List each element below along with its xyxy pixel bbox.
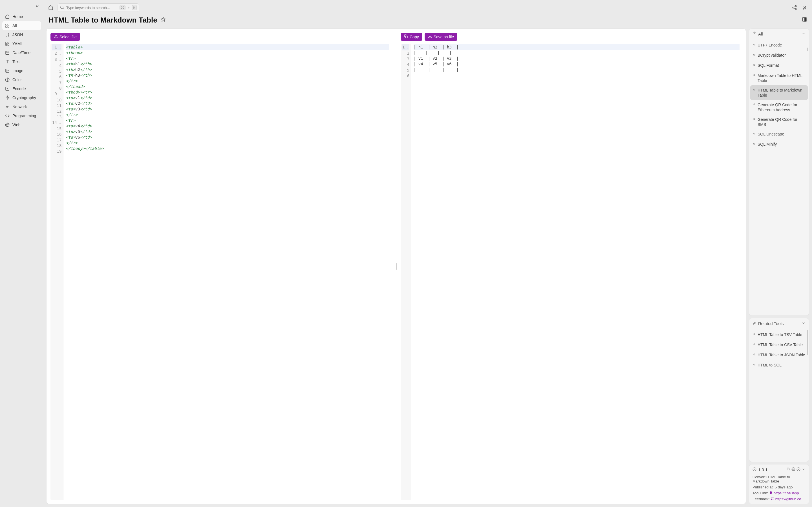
code-icon [5,114,10,118]
scrollbar-thumb[interactable] [807,330,808,355]
upload-icon [54,34,58,39]
sidebar-item-label: Image [12,68,23,73]
sidebar-item-all[interactable]: All [2,21,41,30]
sidebar-item-text[interactable]: Text [2,57,41,66]
code-line[interactable]: | h1 | h2 | h3 | [414,44,740,50]
code-line[interactable]: <td>v4</td> [66,123,389,129]
text-size-icon[interactable] [786,467,790,472]
select-file-button[interactable]: Select file [50,33,80,41]
code-line[interactable]: </tbody></table> [66,146,389,151]
code-line[interactable]: <td>v2</td> [66,101,389,106]
code-line[interactable]: <td>v1</td> [66,95,389,101]
copy-icon [404,34,408,39]
panel-item[interactable]: SQL Unescape [750,129,808,139]
panel-all-list[interactable]: UTF7 EncodeBCrypt validatorSQL FormatMar… [749,39,809,151]
line-number: 16 [52,131,61,137]
code-line[interactable]: <thead> [66,50,389,55]
fold-icon[interactable]: ⌄ [59,121,61,124]
panel-item[interactable]: UTF7 Encode [750,40,808,50]
sidebar-item-web[interactable]: Web [2,120,41,129]
code-left[interactable]: <table><thead><tr><th>h1</th><th>h2</th>… [63,44,392,500]
panel-item[interactable]: Generate QR Code for Ethereum Address [750,100,808,115]
line-number: 2 ⌄ [52,50,61,57]
code-line[interactable]: | v4 | v5 | v6 | [414,61,740,67]
code-line[interactable]: <table> [66,44,389,50]
panel-item[interactable]: SQL Format [750,61,808,71]
panel-item[interactable]: HTML to SQL [750,360,808,371]
feedback-link[interactable]: https://github.com/... [775,497,806,501]
sidebar-item-color[interactable]: Color [2,75,41,84]
panel-item-label: HTML to SQL [758,362,781,368]
sidebar-collapse-button[interactable] [2,2,41,12]
code-line[interactable]: |----|----|----| [414,50,740,55]
editor-left[interactable]: 1 ⌄2 ⌄3 ⌄456789 ⌄1011121314 ⌄1516171819 … [50,44,392,500]
copy-button[interactable]: Copy [401,33,422,41]
panel-item[interactable]: HTML Table to TSV Table [750,330,808,340]
svg-marker-32 [161,17,165,21]
sidebar-item-yaml[interactable]: YAML [2,39,41,48]
line-number: 13 [52,114,61,120]
code-line[interactable]: <td>v6</td> [66,134,389,140]
sidebar-item-network[interactable]: Network [2,102,41,111]
star-icon[interactable] [161,17,166,23]
panel-related-header[interactable]: Related Tools [749,318,809,329]
sidebar-item-home[interactable]: Home [2,12,41,21]
sidebar-item-label: Cryptography [12,96,36,100]
panel-item[interactable]: HTML Table to Markdown Table [750,86,808,100]
code-line[interactable]: | | | | [414,67,740,72]
panel-item-label: BCrypt validator [758,53,786,58]
fold-icon[interactable]: ⌄ [59,46,61,49]
sidebar-item-image[interactable]: Image [2,66,41,75]
panel-item[interactable]: HTML Table to CSV Table [750,340,808,350]
code-line[interactable]: </tr> [66,78,389,83]
panel-item[interactable]: BCrypt validator [750,50,808,61]
sidebar-item-json[interactable]: JSON [2,30,41,39]
fold-icon[interactable]: ⌄ [407,46,409,49]
sidebar-item-datetime[interactable]: Date/Time [2,48,41,57]
code-line[interactable]: <th>h3</th> [66,72,389,78]
sidebar-item-programming[interactable]: Programming [2,111,41,120]
panel-all-header[interactable]: All [749,29,809,39]
line-number: 4 [402,62,409,67]
fold-icon[interactable]: ⌄ [59,52,61,55]
code-line[interactable]: <td>v3</td> [66,106,389,112]
code-line[interactable]: <th>h1</th> [66,61,389,67]
panel-item[interactable]: Markdown Table to HTML Table [750,71,808,86]
user-button[interactable] [801,4,808,11]
panel-item[interactable]: HTML Table to JSON Table [750,350,808,360]
code-line[interactable]: </tr> [66,112,389,117]
sidebar-item-label: YAML [12,41,23,46]
check-icon[interactable] [797,467,801,472]
panel-item[interactable]: SQL Minify [750,139,808,150]
code-line[interactable]: <tbody><tr> [66,89,389,95]
panel-item[interactable]: Generate QR Code for SMS [750,115,808,129]
share-button[interactable] [791,4,798,11]
code-line[interactable]: <th>h2</th> [66,67,389,72]
chat-icon [771,497,774,501]
home-button[interactable] [47,4,54,11]
code-line[interactable]: <td>v5</td> [66,129,389,134]
globe-icon[interactable] [792,467,795,472]
sidebar-item-encode[interactable]: Encode [2,84,41,93]
feedback-label: Feedback: [753,497,770,501]
code-line[interactable]: <tr> [66,117,389,123]
tool-link[interactable]: https://t.he3app.co... [774,491,805,495]
code-line[interactable]: </tr> [66,140,389,146]
published-value: 5 days ago [775,485,793,489]
scrollbar-thumb[interactable] [807,48,808,51]
chevron-down-icon[interactable] [802,467,806,472]
fold-icon[interactable]: ⌄ [59,58,61,61]
code-line[interactable]: | v1 | v2 | v3 | [414,55,740,61]
search-input[interactable] [66,6,117,10]
code-right[interactable]: | h1 | h2 | h3 ||----|----|----|| v1 | v… [411,44,742,500]
sidebar-item-cryptography[interactable]: Cryptography [2,93,41,102]
code-line[interactable]: </thead> [66,83,389,89]
code-line[interactable]: <tr> [66,55,389,61]
editor-right[interactable]: 1 ⌄23456 | h1 | h2 | h3 ||----|----|----… [401,44,742,500]
layout-toggle-button[interactable] [802,17,807,23]
fold-icon[interactable]: ⌄ [59,93,61,96]
save-as-file-button[interactable]: Save as file [424,33,457,41]
panel-related-list[interactable]: HTML Table to TSV TableHTML Table to CSV… [749,329,809,372]
splitter[interactable] [395,33,397,500]
search-input-wrap[interactable]: ⌘ + K [57,3,139,12]
